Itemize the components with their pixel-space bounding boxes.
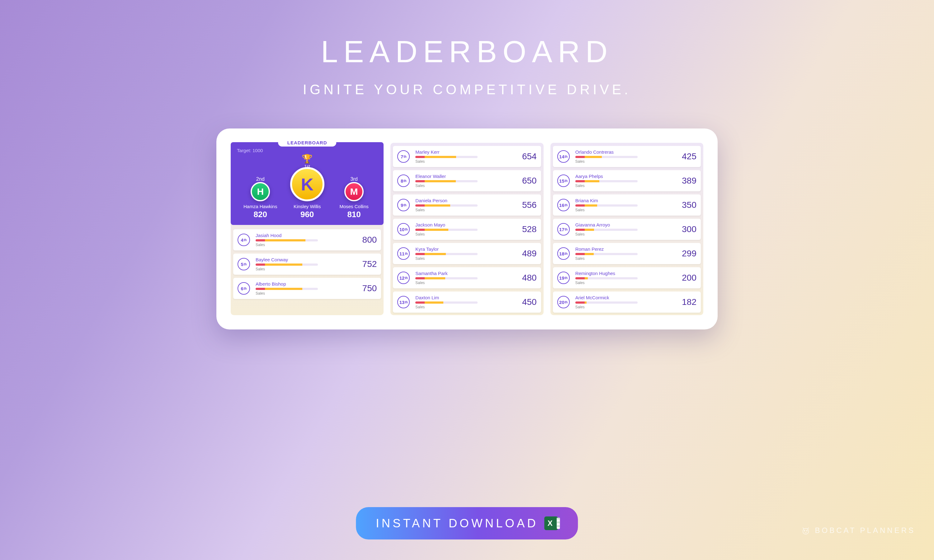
- rank-badge: 7th: [397, 150, 410, 163]
- svg-point-1: [804, 531, 805, 531]
- row-score: 489: [515, 249, 537, 258]
- rank-badge: 5th: [237, 258, 250, 270]
- cta-label: INSTANT DOWNLOAD: [376, 517, 538, 530]
- row-metric-label: Sales: [256, 243, 355, 247]
- row-name: Kyra Taylor: [415, 246, 515, 252]
- podium-score-third: 810: [347, 210, 361, 219]
- progress-bar: [256, 263, 318, 266]
- progress-bar: [415, 156, 478, 158]
- progress-bar: [415, 229, 478, 231]
- avatar-third: M: [344, 182, 364, 201]
- row-name: Roman Perez: [575, 246, 675, 252]
- rank-badge: 11th: [397, 247, 410, 260]
- table-row: 20thAriel McCormickSales182: [553, 292, 701, 313]
- avatar-second: H: [251, 182, 270, 201]
- row-metric-label: Sales: [415, 159, 515, 164]
- progress-bar: [575, 302, 638, 304]
- leaderboard-card: LEADERBOARD Target: 1000 🏆 1st 2nd H Ham…: [216, 128, 718, 329]
- row-name: Marley Kerr: [415, 149, 515, 155]
- column-right: 14thOrlando ContrerasSales42515thAarya P…: [550, 143, 703, 315]
- rank-badge: 6th: [237, 282, 250, 295]
- row-score: 654: [515, 152, 537, 162]
- progress-bar: [256, 239, 318, 242]
- podium-name-third: Moses Collins: [339, 204, 368, 209]
- table-row: 9thDaniela PersonSales556: [393, 194, 541, 215]
- progress-bar: [415, 205, 478, 206]
- rank-label-3rd: 3rd: [351, 176, 358, 182]
- column-left: LEADERBOARD Target: 1000 🏆 1st 2nd H Ham…: [231, 143, 384, 315]
- row-metric-label: Sales: [415, 256, 515, 261]
- podium-second: 2nd H Hamza Hawkins 820: [237, 176, 284, 219]
- bobcat-icon: [801, 526, 811, 535]
- table-row: 15thAarya PhelpsSales389: [553, 170, 701, 191]
- rank-badge: 10th: [397, 223, 410, 235]
- row-score: 300: [675, 224, 697, 234]
- podium-name-first: Kinsley Willis: [294, 204, 321, 209]
- table-row: 11thKyra TaylorSales489: [393, 243, 541, 264]
- table-row: 13thDaxton LimSales450: [393, 292, 541, 313]
- progress-bar: [415, 180, 478, 182]
- progress-bar: [415, 253, 478, 255]
- row-metric-label: Sales: [575, 183, 675, 188]
- row-name: Daxton Lim: [415, 295, 515, 300]
- table-row: 5thBaylee ConwaySales752: [233, 254, 381, 275]
- table-row: 16thBriana KimSales350: [553, 194, 701, 215]
- rank-badge: 12th: [397, 272, 410, 284]
- progress-bar: [575, 229, 638, 231]
- table-row: 19thRemington HughesSales200: [553, 267, 701, 288]
- row-name: Jasiah Hood: [256, 233, 355, 238]
- rank-badge: 18th: [557, 247, 570, 260]
- rank-badge: 9th: [397, 199, 410, 211]
- rank-label-2nd: 2nd: [256, 176, 265, 182]
- page-subtitle: IGNITE YOUR COMPETITIVE DRIVE.: [0, 82, 934, 97]
- row-name: Alberto Bishop: [256, 281, 355, 286]
- row-score: 200: [675, 273, 697, 283]
- row-metric-label: Sales: [256, 267, 355, 271]
- row-score: 450: [515, 297, 537, 307]
- row-name: Jackson Mayo: [415, 222, 515, 228]
- table-row: 6thAlberto BishopSales750: [233, 278, 381, 299]
- row-metric-label: Sales: [575, 256, 675, 261]
- podium-name-second: Hamza Hawkins: [244, 204, 277, 209]
- table-row: 18thRoman PerezSales299: [553, 243, 701, 264]
- progress-bar: [575, 180, 638, 182]
- rank-badge: 19th: [557, 272, 570, 284]
- podium-score-first: 960: [301, 210, 314, 219]
- row-score: 528: [515, 224, 537, 234]
- table-row: 17thGiavanna ArroyoSales300: [553, 219, 701, 240]
- row-metric-label: Sales: [415, 183, 515, 188]
- brand-watermark: BOBCAT PLANNERS: [801, 526, 916, 535]
- progress-bar: [575, 156, 638, 158]
- avatar-first: K: [290, 167, 324, 201]
- table-row: 4thJasiah HoodSales800: [233, 229, 381, 251]
- row-score: 182: [675, 297, 697, 307]
- table-row: 7thMarley KerrSales654: [393, 146, 541, 167]
- podium-score-second: 820: [254, 210, 267, 219]
- rank-badge: 13th: [397, 296, 410, 308]
- excel-icon: X: [544, 517, 558, 530]
- rank-badge: 20th: [557, 296, 570, 308]
- row-name: Aarya Phelps: [575, 174, 675, 179]
- row-name: Remington Hughes: [575, 271, 675, 276]
- row-score: 480: [515, 273, 537, 283]
- row-name: Samantha Park: [415, 271, 515, 276]
- row-score: 800: [355, 235, 377, 245]
- row-name: Briana Kim: [575, 198, 675, 203]
- progress-bar: [575, 277, 638, 279]
- row-metric-label: Sales: [415, 208, 515, 212]
- row-metric-label: Sales: [575, 305, 675, 309]
- rank-badge: 16th: [557, 199, 570, 211]
- row-metric-label: Sales: [415, 232, 515, 237]
- row-score: 750: [355, 283, 377, 293]
- progress-bar: [575, 205, 638, 206]
- row-score: 350: [675, 200, 697, 210]
- rank-badge: 4th: [237, 234, 250, 246]
- row-score: 752: [355, 259, 377, 269]
- row-name: Daniela Person: [415, 198, 515, 203]
- instant-download-button[interactable]: INSTANT DOWNLOAD X: [356, 507, 578, 540]
- table-row: 12thSamantha ParkSales480: [393, 267, 541, 288]
- row-score: 389: [675, 176, 697, 186]
- target-label: Target: 1000: [237, 148, 377, 153]
- table-row: 14thOrlando ContrerasSales425: [553, 146, 701, 167]
- page-title: LEADERBOARD: [0, 34, 934, 69]
